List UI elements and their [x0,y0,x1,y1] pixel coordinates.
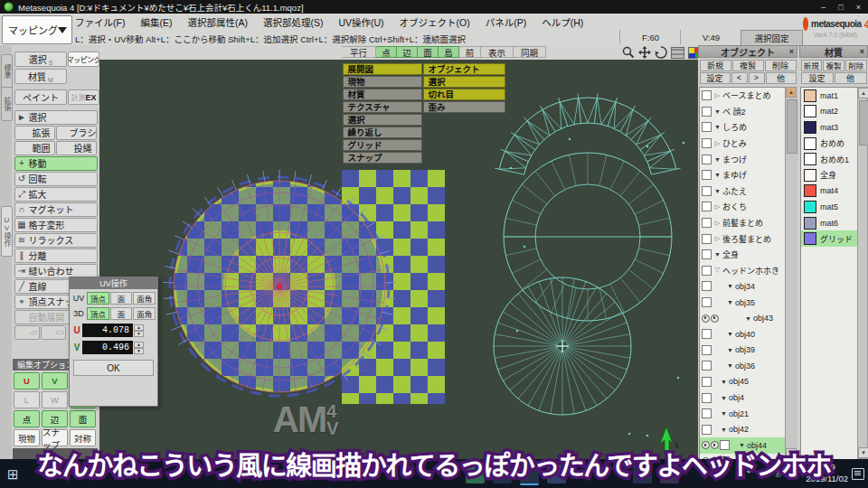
object-row[interactable]: ヘッドンホホき [700,263,786,279]
object-row[interactable]: しろめ [700,119,786,136]
tool-button[interactable]: 投縄 [56,141,97,155]
object-row[interactable]: obj42 [700,421,786,437]
viewport-toolbar-button[interactable]: 同期 [514,46,546,58]
object-checkbox[interactable] [702,122,712,132]
select-mode-button[interactable]: 選択S [14,52,67,67]
object-row[interactable]: まつげ [700,151,786,167]
pan-icon[interactable] [638,46,651,59]
expand-arrow-icon[interactable] [720,379,728,385]
v-spinner[interactable]: ▲▼ [134,342,144,354]
object-other-button[interactable]: 他 [766,72,797,84]
taskbar-clock[interactable]: 9:39 2019/11/02 [806,462,848,485]
uv-panel-button[interactable]: 展開図 [343,63,422,75]
scroll-down-icon[interactable]: ▼ [858,447,868,458]
taskbar-app-icon[interactable] [660,465,679,483]
tool-button[interactable]: ► 選択 [14,110,98,125]
expand-arrow-icon[interactable] [726,347,734,353]
object-checkbox[interactable] [702,186,712,196]
material-mode-button[interactable]: 材質M [14,69,67,84]
tab-standard[interactable]: 標準 [1,54,13,89]
scroll-down-icon[interactable]: ▼ [786,448,797,459]
object-checkbox[interactable] [702,361,712,371]
material-row[interactable]: mat6 [801,215,857,231]
object-settings-button[interactable]: 設定 [700,72,731,84]
u-value-field[interactable]: 4.078 [82,324,133,337]
object-row[interactable]: obj43 [700,310,786,326]
object-next-button[interactable]: > [749,72,765,84]
material-panel-button[interactable]: 新規 [801,60,823,71]
menu-item[interactable]: ヘルプ(H) [542,15,583,29]
expand-arrow-icon[interactable] [713,220,722,227]
expand-arrow-icon[interactable] [713,267,722,274]
object-row[interactable]: ふたえ [700,183,786,200]
uv-panel-button[interactable]: オブジェクト [423,63,505,75]
material-row[interactable]: 全身 [801,167,857,183]
object-checkbox[interactable] [702,155,712,164]
v-value-field[interactable]: 0.496 [82,341,133,354]
paint-mode-button[interactable]: ペイント [14,89,67,105]
expand-arrow-icon[interactable] [713,251,722,258]
viewport-toolbar-button[interactable]: 島 [439,46,459,58]
taskbar-app-icon[interactable] [466,465,485,483]
expand-arrow-icon[interactable] [713,124,722,130]
uv-dialog-title[interactable]: UV操作 [70,277,157,289]
edit-option-button[interactable]: W [42,391,68,408]
material-panel-header[interactable]: 材質 × [799,45,868,58]
tool-button[interactable]: ブラシ [56,126,97,140]
uv-panel-button[interactable]: 材質 [343,89,422,100]
expand-arrow-icon[interactable] [726,362,734,369]
tool-button[interactable]: ▦ 格子変形 [14,218,98,232]
visibility-eyes-icon[interactable] [702,441,719,449]
object-checkbox[interactable] [702,107,712,117]
start-button[interactable]: ⊞ [7,466,19,483]
measure-ex-button[interactable]: 計測EX [68,89,99,105]
taskbar-app-icon[interactable] [520,465,539,485]
expand-arrow-icon[interactable] [713,156,722,163]
tool-button[interactable]: 拡張 [14,126,55,140]
expand-arrow-icon[interactable] [713,235,722,242]
uv-vertex-button[interactable]: 頂点 [87,292,109,305]
object-checkbox[interactable] [702,90,712,100]
scroll-up-icon[interactable]: ▲ [858,88,868,99]
material-row[interactable]: おめめ [801,136,857,152]
object-checkbox[interactable] [702,138,712,148]
material-row[interactable]: mat4 [801,183,857,200]
tool-button[interactable]: ∩ マグネット [14,202,98,217]
edit-option-button[interactable]: 対称 [70,429,96,446]
close-icon[interactable]: × [860,47,864,56]
scroll-thumb[interactable] [787,99,797,154]
material-row[interactable]: mat3 [801,119,857,136]
object-row[interactable]: obj45 [700,374,786,390]
object-panel-button[interactable]: 複製 [732,60,764,71]
visibility-eyes-icon[interactable] [702,314,719,323]
tool-button[interactable]: ≋ リラックス [14,233,98,248]
maximize-button[interactable]: □ [838,3,843,12]
edit-option-button[interactable]: 面 [70,410,96,427]
material-scrollbar[interactable]: ▲ ▼ [857,87,868,459]
object-row[interactable]: obj40 [700,326,786,343]
expand-arrow-icon[interactable] [713,172,722,178]
menu-item[interactable]: パネル(P) [486,15,527,29]
menu-item[interactable]: UV操作(U) [338,15,383,29]
object-row[interactable]: obj21 [700,406,786,422]
uv-panel-button[interactable]: テクスチャ [343,101,422,113]
tool-button[interactable]: ▱ [14,325,40,340]
object-row[interactable]: ひとみ [700,136,786,152]
u-spinner[interactable]: ▲▼ [134,324,144,337]
material-row[interactable]: グリッド [801,230,857,247]
menu-item[interactable]: 選択部処理(S) [263,15,324,29]
object-prev-button[interactable]: < [731,72,748,84]
menu-item[interactable]: オブジェクト(O) [400,15,470,29]
edit-option-button[interactable]: スナップ [42,429,68,446]
uv-face-corner-button[interactable]: 面角 [133,292,156,305]
material-panel-button[interactable]: 削除 [845,60,867,71]
uv-panel-button[interactable]: 現物 [343,76,422,88]
expand-arrow-icon[interactable] [744,315,752,322]
uv-panel-button[interactable]: グリッド [343,139,422,151]
object-row[interactable]: 全身 [700,247,786,263]
object-row[interactable]: 前髪まとめ [700,215,786,231]
material-panel-button[interactable]: 複製 [823,60,844,71]
tool-button[interactable]: ▭ [41,325,66,340]
object-row[interactable]: obj35 [700,295,786,311]
object-row[interactable]: obj4 [700,389,786,406]
